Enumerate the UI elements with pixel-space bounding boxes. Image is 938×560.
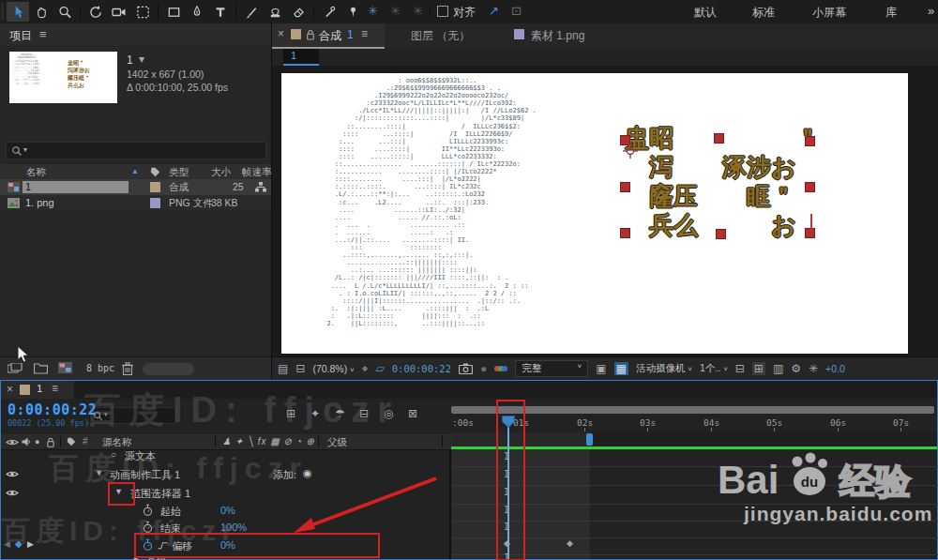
puppet-pin-tool-button[interactable]	[341, 2, 364, 22]
roto-brush-tool-button[interactable]	[318, 2, 340, 22]
layer-viewer-tab[interactable]: 图层 （无）	[411, 28, 470, 44]
magnification-dropdown[interactable]: (70.8%) ˅	[312, 363, 354, 374]
used-in-network-icon[interactable]	[255, 182, 266, 192]
project-search-box[interactable]: ▾	[6, 142, 266, 159]
project-tab-title[interactable]: 项目	[9, 28, 32, 44]
exposure-value[interactable]: +0.0	[825, 363, 845, 374]
eraser-tool-button[interactable]	[287, 2, 310, 22]
view-axis-icon[interactable]: ✳	[413, 4, 423, 18]
keyframe-diamond[interactable]: ◆	[567, 538, 573, 548]
selection-tool-button[interactable]	[7, 2, 29, 22]
workspace-more-button[interactable]: »	[928, 4, 934, 18]
current-time-display[interactable]: 0:00:00:22	[392, 363, 451, 374]
motion-blur-icon[interactable]: ◎	[384, 407, 393, 420]
composition-canvas[interactable]: : ooo6$$8$$$932L::.. .:29$6$$99996669666…	[281, 73, 908, 354]
project-preview-thumbnail[interactable]: .:o6$$93L:. .29$699666$3. :c2332oc*LIL39…	[9, 52, 117, 103]
workspace-tab-library[interactable]: 库	[885, 5, 897, 21]
range-selector-label[interactable]: 范围选择器 1	[130, 487, 190, 501]
layer-visibility-eye-icon[interactable]	[6, 489, 19, 497]
transparency-grid-icon[interactable]: ▦	[614, 362, 628, 375]
tracker-arrow-icon[interactable]: ↗	[489, 4, 499, 18]
column-header-size[interactable]: 大小	[211, 166, 231, 179]
search-dropdown-icon[interactable]: ▾	[23, 145, 27, 154]
camera-view-dropdown[interactable]: 活动摄像机 ˅	[636, 362, 692, 375]
label-column-icon[interactable]	[150, 167, 160, 177]
close-tab-icon[interactable]: ×	[7, 383, 13, 396]
label-color-chip[interactable]	[150, 198, 160, 208]
zoom-tool-button[interactable]	[53, 2, 76, 22]
comp-mini-tab[interactable]: 1	[283, 49, 319, 66]
column-header-name[interactable]: 名称	[26, 166, 46, 179]
selection-handle[interactable]	[714, 133, 724, 144]
camera-tool-button[interactable]	[108, 2, 130, 22]
panel-menu-icon[interactable]: ≡	[39, 27, 47, 41]
parent-column-header[interactable]: 父级	[327, 436, 347, 449]
delete-trash-icon[interactable]	[122, 362, 133, 375]
mask-visibility-icon[interactable]: ▱	[376, 362, 385, 375]
timeline-menu-icon[interactable]: ≡	[52, 382, 58, 395]
next-keyframe-icon[interactable]: ▶	[27, 539, 34, 549]
sort-ascending-icon[interactable]: ▲	[131, 167, 139, 175]
view-layout-dropdown[interactable]: 1个.. ˅	[700, 362, 728, 375]
lock-column-icon[interactable]	[46, 437, 55, 447]
start-label[interactable]: 起始	[160, 505, 181, 519]
layer-switches-column-header[interactable]: ♟ ✦ ╲ fx ▦ ⊘ ◔ ⊕	[222, 436, 315, 446]
bit-depth-button[interactable]: 8 bpc	[86, 363, 114, 373]
pan-behind-tool-button[interactable]	[131, 2, 154, 22]
solo-column-icon[interactable]: ●	[35, 437, 39, 446]
keyframe-toggle-icon[interactable]: ◆	[15, 538, 23, 549]
flowchart-icon[interactable]: ⚙	[791, 362, 801, 375]
stopwatch-icon[interactable]	[142, 504, 154, 517]
comp-mini-flowchart-icon[interactable]: ⊞	[286, 407, 295, 420]
snap-checkbox[interactable]	[437, 6, 448, 17]
grid-guides-icon[interactable]: ⌖	[362, 362, 369, 375]
timeline-current-time[interactable]: 0:00:00:22	[8, 401, 97, 418]
project-row-footage[interactable]: 1. png PNG 文件 38 KB	[0, 195, 271, 211]
local-axis-icon[interactable]: ✳	[368, 4, 378, 18]
snap-label[interactable]: 对齐	[453, 5, 476, 21]
pen-tool-button[interactable]	[186, 2, 208, 22]
fast-previews-icon[interactable]: ⊞	[752, 362, 765, 375]
work-area-end-handle[interactable]	[586, 433, 593, 446]
comp-viewer-tab[interactable]: × 合成 1 ≡	[272, 23, 385, 49]
channel-rgb-icon[interactable]	[494, 366, 507, 371]
interpret-footage-icon[interactable]	[8, 363, 23, 374]
collapse-triangle-icon[interactable]: ▼	[95, 468, 103, 477]
graph-editor-icon[interactable]: ⊠	[408, 407, 417, 420]
selection-handle[interactable]	[620, 228, 630, 238]
new-folder-icon[interactable]	[34, 362, 48, 374]
reset-exposure-icon[interactable]: ✳	[809, 362, 818, 375]
selection-handle[interactable]	[805, 182, 815, 192]
hand-tool-button[interactable]	[30, 2, 53, 22]
type-tool-button[interactable]	[209, 2, 232, 22]
selection-handle[interactable]	[805, 136, 815, 146]
project-row-composition[interactable]: 1 合成 25	[0, 179, 271, 195]
selection-handle[interactable]	[716, 229, 726, 239]
scroll-pill[interactable]	[143, 363, 194, 375]
region-of-interest-icon[interactable]: ▣	[596, 362, 606, 375]
index-column-header[interactable]: #	[83, 436, 88, 446]
label-color-chip[interactable]	[150, 182, 160, 192]
layer-visibility-eye-icon[interactable]	[6, 470, 19, 478]
prev-keyframe-icon[interactable]: ◀	[4, 539, 10, 549]
start-value[interactable]: 0%	[220, 505, 235, 516]
source-name-column-header[interactable]: 源名称	[102, 436, 132, 449]
rotate-tool-button[interactable]	[84, 2, 107, 22]
end-value[interactable]: 100%	[220, 522, 247, 533]
rectangle-tool-button[interactable]	[162, 2, 185, 22]
column-header-fps[interactable]: 帧速率	[242, 166, 272, 179]
hide-shy-layers-icon[interactable]: ☂	[335, 407, 345, 420]
world-axis-icon[interactable]: ✳	[390, 4, 401, 18]
project-row-name[interactable]: 1. png	[25, 197, 54, 208]
primary-viewer-icon[interactable]: ⊟	[295, 362, 305, 375]
workspace-tab-small-screen[interactable]: 小屏幕	[812, 5, 846, 21]
footage-viewer-tab[interactable]: 素材 1.png	[531, 28, 584, 44]
workspace-tab-standard[interactable]: 标准	[752, 5, 775, 21]
resolution-dropdown[interactable]: 完整 ˅	[515, 360, 588, 377]
row-source-text[interactable]: ○ 源文本	[1, 448, 449, 465]
timeline-search-box[interactable]: ▾	[88, 407, 176, 424]
show-snapshot-icon[interactable]: ●	[480, 362, 487, 375]
label-column-icon[interactable]	[67, 437, 76, 446]
new-composition-icon[interactable]	[58, 362, 72, 373]
mask-expansion-icon[interactable]: ⊡	[511, 4, 522, 18]
